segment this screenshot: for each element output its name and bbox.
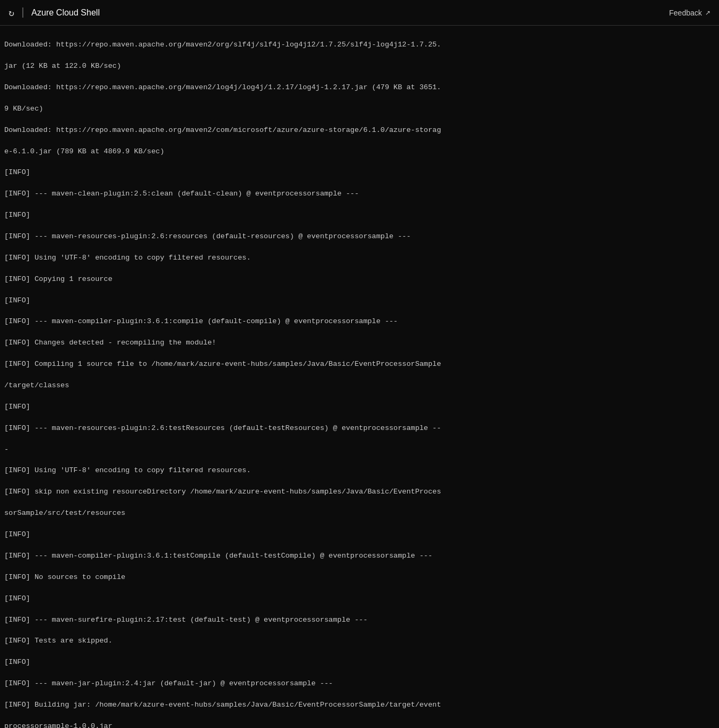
terminal-line: e-6.1.0.jar (789 KB at 4869.9 KB/sec) <box>4 146 715 157</box>
terminal-line: [INFO] Copying 1 resource <box>4 274 715 285</box>
terminal-line: processorsample-1.0.0.jar <box>4 721 715 728</box>
terminal-line: [INFO] Building jar: /home/mark/azure-ev… <box>4 700 715 710</box>
terminal-line: 9 KB/sec) <box>4 104 715 114</box>
terminal-line: [INFO] --- maven-resources-plugin:2.6:re… <box>4 231 715 242</box>
terminal-line: sorSample/src/test/resources <box>4 508 715 519</box>
terminal-line: - <box>4 444 715 455</box>
feedback-button[interactable]: Feedback ↗ <box>669 9 710 17</box>
terminal-line: [INFO] --- maven-surefire-plugin:2.17:te… <box>4 615 715 625</box>
terminal-body[interactable]: Downloaded: https://repo.maven.apache.or… <box>0 26 719 728</box>
terminal-line: [INFO] Using 'UTF-8' encoding to copy fi… <box>4 465 715 476</box>
terminal-line: Downloaded: https://repo.maven.apache.or… <box>4 40 715 50</box>
terminal-line: [INFO] Using 'UTF-8' encoding to copy fi… <box>4 253 715 263</box>
terminal-line: [INFO] <box>4 167 715 178</box>
terminal-line: [INFO] --- maven-jar-plugin:2.4:jar (def… <box>4 678 715 689</box>
terminal-line: [INFO] <box>4 295 715 306</box>
refresh-icon[interactable]: ↻ <box>9 7 14 19</box>
terminal-line: [INFO] <box>4 593 715 604</box>
app-title: Azure Cloud Shell <box>31 8 100 18</box>
feedback-label: Feedback <box>669 9 702 17</box>
terminal-line: [INFO] --- maven-compiler-plugin:3.6.1:c… <box>4 316 715 327</box>
terminal-line: /target/classes <box>4 380 715 391</box>
terminal-line: Downloaded: https://repo.maven.apache.or… <box>4 82 715 93</box>
terminal-line: Downloaded: https://repo.maven.apache.or… <box>4 125 715 136</box>
terminal-line: [INFO] --- maven-resources-plugin:2.6:te… <box>4 423 715 434</box>
terminal-line: [INFO] --- maven-compiler-plugin:3.6.1:t… <box>4 551 715 561</box>
title-bar: ↻ | Azure Cloud Shell Feedback ↗ <box>0 0 719 26</box>
terminal-line: jar (12 KB at 122.0 KB/sec) <box>4 61 715 72</box>
terminal-line: [INFO] <box>4 657 715 668</box>
terminal-line: [INFO] <box>4 529 715 540</box>
terminal-line: [INFO] <box>4 402 715 412</box>
terminal-line: [INFO] Tests are skipped. <box>4 636 715 646</box>
terminal-line: [INFO] skip non existing resourceDirecto… <box>4 487 715 497</box>
title-bar-left: ↻ | Azure Cloud Shell <box>9 6 100 19</box>
terminal-line: [INFO] Compiling 1 source file to /home/… <box>4 359 715 370</box>
terminal-line: [INFO] <box>4 210 715 221</box>
terminal-line: [INFO] Changes detected - recompiling th… <box>4 338 715 348</box>
terminal-line: [INFO] No sources to compile <box>4 572 715 583</box>
external-link-icon: ↗ <box>705 9 710 17</box>
terminal-line: [INFO] --- maven-clean-plugin:2.5:clean … <box>4 189 715 199</box>
separator: | <box>20 6 26 19</box>
